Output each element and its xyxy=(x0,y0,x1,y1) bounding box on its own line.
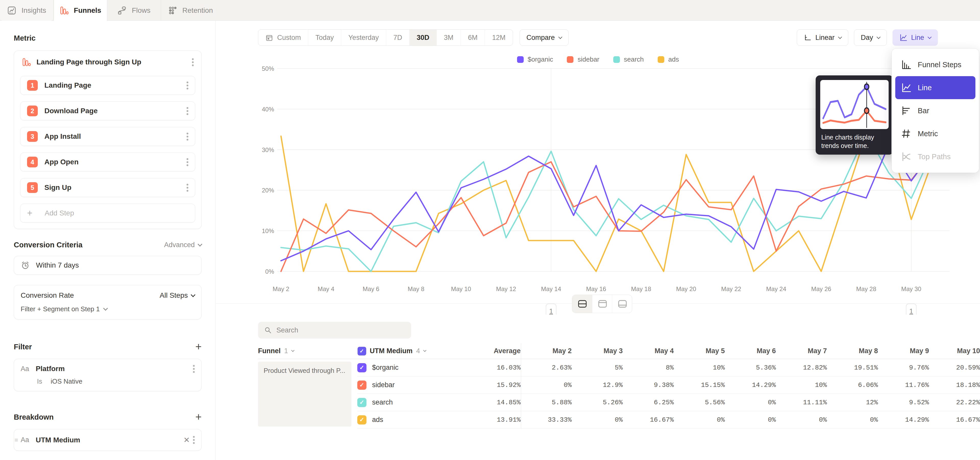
funnel-step-2[interactable]: 2Download Page xyxy=(20,101,195,120)
conversion-window-card[interactable]: Within 7 days xyxy=(14,256,202,275)
search-input[interactable] xyxy=(277,326,405,334)
chart-type-dropdown[interactable]: Line xyxy=(892,29,938,46)
date-column-header[interactable]: May 7 xyxy=(776,347,827,355)
kebab-menu-icon[interactable] xyxy=(193,368,195,370)
range-option-6m[interactable]: 6M xyxy=(461,30,485,45)
remove-breakdown-icon[interactable]: ✕ xyxy=(183,436,190,444)
cell-value: 18.18% xyxy=(929,381,980,389)
chart-controls: CustomTodayYesterday7D30D3M6M12M Compare… xyxy=(258,29,938,46)
range-option-today[interactable]: Today xyxy=(308,30,341,45)
kebab-menu-icon[interactable] xyxy=(193,439,195,441)
add-breakdown-button[interactable]: + xyxy=(195,412,202,422)
date-column-header[interactable]: May 2 xyxy=(520,347,572,355)
funnel-step-5[interactable]: 5Sign Up xyxy=(20,178,195,197)
step-label: App Install xyxy=(45,133,183,141)
row-checkbox[interactable]: ✓ xyxy=(357,415,366,425)
tab-retention[interactable]: Retention xyxy=(161,0,220,21)
calendar-icon xyxy=(266,34,273,42)
svg-text:1: 1 xyxy=(549,307,553,315)
funnel-header-count: 1 xyxy=(284,347,288,355)
all-steps-dropdown[interactable]: All Steps xyxy=(160,291,195,300)
menu-item-line[interactable]: Line xyxy=(895,76,975,99)
series-line-organic[interactable] xyxy=(281,145,934,261)
step-label: Sign Up xyxy=(45,184,183,192)
kebab-menu-icon[interactable] xyxy=(186,110,188,112)
legend-item-search[interactable]: search xyxy=(613,56,644,63)
layout-toggle-split-view[interactable] xyxy=(572,295,592,313)
row-checkbox[interactable]: ✓ xyxy=(357,398,366,407)
date-column-header[interactable]: May 8 xyxy=(827,347,878,355)
tab-insights[interactable]: Insights xyxy=(0,0,54,21)
table-search[interactable] xyxy=(258,322,411,339)
kebab-menu-icon[interactable] xyxy=(186,161,188,163)
cell-value: 9.76% xyxy=(878,364,929,372)
kebab-menu-icon[interactable] xyxy=(186,187,188,188)
tab-flows[interactable]: Flows xyxy=(107,0,161,21)
line-chart-icon xyxy=(899,34,907,42)
table-row-organic[interactable]: ✓$organic16.03%2.63%5%8%10%5.36%12.82%19… xyxy=(357,359,980,377)
compare-button[interactable]: Compare xyxy=(520,29,569,46)
kebab-menu-icon[interactable] xyxy=(186,136,188,137)
top-tab-bar: Insights Funnels Flows Retention xyxy=(0,0,980,21)
layout-toggle-chart-only[interactable] xyxy=(592,295,612,313)
date-column-header[interactable]: May 6 xyxy=(725,347,776,355)
interval-dropdown[interactable]: Day xyxy=(854,29,887,46)
table-row-sidebar[interactable]: ✓sidebar15.92%0%12.9%9.38%15.15%14.29%10… xyxy=(357,377,980,394)
range-option-3m[interactable]: 3M xyxy=(436,30,461,45)
cell-value: 0% xyxy=(520,381,572,389)
funnel-step-4[interactable]: 4App Open xyxy=(20,153,195,171)
filter-value[interactable]: iOS Native xyxy=(51,377,82,385)
table-row-ads[interactable]: ✓ads13.91%33.33%0%16.67%0%0%0%0%14.29%16… xyxy=(357,411,980,428)
kebab-menu-icon[interactable] xyxy=(186,85,188,86)
date-column-header[interactable]: May 9 xyxy=(878,347,929,355)
legend-item-ads[interactable]: ads xyxy=(658,56,679,63)
date-column-header[interactable]: May 4 xyxy=(623,347,674,355)
drag-handle-icon[interactable]: ≡ xyxy=(14,436,18,444)
legend-item-sidebar[interactable]: sidebar xyxy=(567,56,599,63)
breakdown-utm-card[interactable]: ≡ Aa UTM Medium ✕ xyxy=(14,429,202,451)
step-label: Download Page xyxy=(45,107,183,115)
funnel-cell[interactable]: Product Viewed through P... xyxy=(258,362,352,426)
range-label: 12M xyxy=(492,34,506,42)
add-filter-button[interactable]: + xyxy=(195,342,202,352)
row-checkbox[interactable]: ✓ xyxy=(357,380,366,390)
select-all-checkbox[interactable]: ✓ xyxy=(358,347,366,356)
breakdown-column-header[interactable]: ✓ UTM Medium 4 xyxy=(358,347,444,356)
range-option-30d[interactable]: 30D xyxy=(409,30,437,45)
range-label: Today xyxy=(315,34,334,42)
menu-item-metric[interactable]: Metric xyxy=(895,122,975,145)
filter-platform-card[interactable]: Aa Platform Is iOS Native xyxy=(14,359,202,391)
add-step-button[interactable]: + Add Step xyxy=(20,204,195,223)
cell-value: 0% xyxy=(776,416,827,424)
filter-operator[interactable]: Is xyxy=(37,377,42,385)
table-row-search[interactable]: ✓search14.85%5.88%5.26%6.25%5.56%0%11.11… xyxy=(357,394,980,411)
range-option-7d[interactable]: 7D xyxy=(386,30,409,45)
range-option-custom[interactable]: Custom xyxy=(258,30,308,45)
tab-funnels[interactable]: Funnels xyxy=(54,0,107,21)
date-column-header[interactable]: May 10 xyxy=(929,347,980,355)
funnel-step-3[interactable]: 3App Install xyxy=(20,127,195,146)
range-option-yesterday[interactable]: Yesterday xyxy=(341,30,386,45)
average-column-header: Average xyxy=(444,347,520,355)
funnel-step-1[interactable]: 1Landing Page xyxy=(20,76,195,95)
menu-item-bar[interactable]: Bar xyxy=(895,99,975,122)
row-checkbox[interactable]: ✓ xyxy=(357,363,366,372)
menu-item-funnel-steps[interactable]: Funnel Steps xyxy=(895,53,975,76)
advanced-dropdown[interactable]: Advanced xyxy=(164,241,202,249)
date-column-header[interactable]: May 5 xyxy=(674,347,725,355)
layout-toggle-table-only[interactable] xyxy=(612,295,632,313)
cell-value: 11.11% xyxy=(776,399,827,406)
date-column-header[interactable]: May 3 xyxy=(572,347,623,355)
series-line-sidebar[interactable] xyxy=(281,152,934,272)
svg-text:May 4: May 4 xyxy=(318,286,334,292)
kebab-menu-icon[interactable] xyxy=(192,61,194,63)
scale-dropdown[interactable]: Linear xyxy=(797,29,848,46)
funnel-column-header[interactable]: Funnel 1 xyxy=(258,347,358,355)
tooltip-text: Line charts display trends over time. xyxy=(820,129,889,152)
svg-text:May 16: May 16 xyxy=(586,286,606,292)
metric-card-header[interactable]: Landing Page through Sign Up xyxy=(20,58,195,69)
range-option-12m[interactable]: 12M xyxy=(485,30,513,45)
segment-dropdown[interactable]: Filter + Segment on Step 1 xyxy=(21,305,195,313)
chevron-down-icon xyxy=(423,348,426,352)
legend-item-organic[interactable]: $organic xyxy=(517,56,553,63)
